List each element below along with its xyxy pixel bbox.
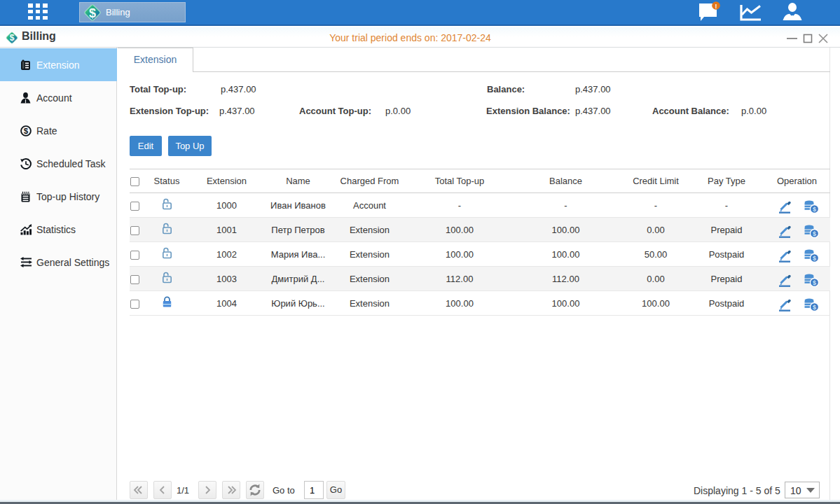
svg-text:$: $ — [89, 6, 96, 20]
svg-text:$: $ — [24, 127, 29, 135]
svg-text:$: $ — [812, 279, 815, 286]
svg-text:$: $ — [812, 255, 815, 262]
svg-text:$: $ — [812, 230, 815, 237]
svg-text:$: $ — [812, 206, 815, 213]
svg-text:!: ! — [715, 3, 717, 10]
svg-text:$: $ — [812, 304, 815, 311]
